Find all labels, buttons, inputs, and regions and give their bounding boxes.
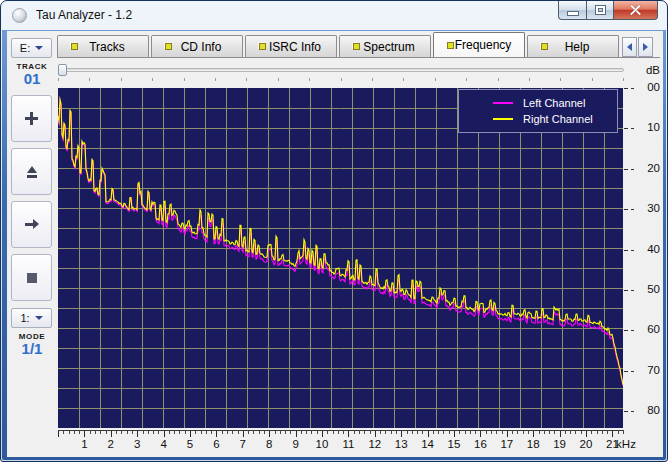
close-icon: [630, 5, 641, 16]
y-axis-tick-label: 40: [632, 243, 660, 255]
zoom-slider[interactable]: [58, 63, 624, 79]
arrow-left-icon: [627, 43, 632, 51]
tab-bar: TracksCD InfoISRC InfoSpectrumFrequencyH…: [57, 35, 653, 57]
app-icon: [12, 8, 27, 23]
tab-tracks[interactable]: Tracks: [57, 35, 149, 57]
tab-indicator-icon: [259, 43, 266, 50]
stop-button[interactable]: [11, 254, 52, 301]
maximize-icon: [596, 6, 605, 14]
chevron-down-icon: [35, 316, 43, 320]
add-button[interactable]: [11, 95, 52, 142]
minimize-button[interactable]: [558, 1, 587, 20]
legend-label: Left Channel: [523, 97, 585, 109]
y-axis-tick-label: 30: [632, 202, 660, 214]
sidebar: E: TRACK 01 1: MODE 1/1: [7, 31, 57, 457]
stop-icon: [27, 273, 37, 283]
x-axis-tick-label: 19: [549, 438, 571, 450]
minimize-icon: [568, 12, 578, 15]
eject-icon: [25, 166, 39, 178]
maximize-button[interactable]: [587, 1, 614, 20]
window-title: Tau Analyzer - 1.2: [36, 8, 132, 22]
tab-indicator-icon: [541, 43, 548, 50]
x-axis-tick-label: 11: [337, 438, 359, 450]
title-bar[interactable]: Tau Analyzer - 1.2: [1, 1, 667, 30]
spectrum-plot-canvas: [58, 88, 623, 428]
x-axis: 123456789101112131415161718192021kHz: [58, 430, 662, 456]
spectrum-chart: Left ChannelRight Channel: [58, 88, 623, 428]
y-axis-tick-label: 20: [632, 162, 660, 174]
chevron-down-icon: [35, 46, 43, 50]
tab-indicator-icon: [353, 43, 360, 50]
drive-select[interactable]: E:: [11, 38, 52, 58]
x-axis-tick-label: 4: [153, 438, 175, 450]
right-arrow-icon: [25, 219, 39, 230]
drive-select-value: E:: [20, 42, 30, 54]
x-axis-tick-label: 13: [390, 438, 412, 450]
x-axis-tick-label: 18: [522, 438, 544, 450]
slider-thumb[interactable]: [58, 64, 67, 76]
tab-isrc-info[interactable]: ISRC Info: [245, 35, 337, 57]
x-axis-tick-label: 15: [443, 438, 465, 450]
legend-line-swatch: [493, 118, 513, 120]
close-button[interactable]: [614, 1, 658, 20]
y-axis-tick-label: 00: [632, 81, 660, 93]
eject-button[interactable]: [11, 148, 52, 195]
x-axis-tick-label: 14: [417, 438, 439, 450]
mode-value: 1/1: [7, 340, 57, 357]
tab-scroll-right-button[interactable]: [638, 37, 653, 57]
next-button[interactable]: [11, 201, 52, 248]
tab-indicator-icon: [71, 43, 78, 50]
track-number: 01: [7, 70, 57, 87]
tab-scroll-left-button[interactable]: [622, 37, 637, 57]
y-axis-tick-label: 80: [632, 404, 660, 416]
client-area: E: TRACK 01 1: MODE 1/1 TracksCD InfoISR…: [7, 31, 663, 457]
x-axis-tick-label: 20: [575, 438, 597, 450]
x-axis-tick-label: 5: [179, 438, 201, 450]
x-axis-tick-label: 17: [496, 438, 518, 450]
x-axis-unit: kHz: [606, 438, 646, 450]
y-axis-tick-label: 10: [632, 121, 660, 133]
legend-line-swatch: [493, 102, 513, 104]
x-axis-tick-label: 7: [232, 438, 254, 450]
x-axis-tick-label: 1: [73, 438, 95, 450]
window-controls: [558, 1, 658, 20]
slider-ticks: [58, 78, 624, 82]
tab-indicator-icon: [447, 42, 454, 49]
x-axis-tick-label: 16: [469, 438, 491, 450]
legend-label: Right Channel: [523, 113, 593, 125]
y-axis-tick-label: 70: [632, 364, 660, 376]
tab-spectrum[interactable]: Spectrum: [339, 35, 431, 57]
slider-track[interactable]: [58, 68, 624, 72]
app-window: Tau Analyzer - 1.2 E: TRACK 01 1: MODE 1…: [0, 0, 668, 462]
frequency-panel: Left ChannelRight Channel dB 00102030405…: [57, 57, 660, 454]
legend-entry: Right Channel: [493, 113, 617, 125]
x-axis-tick-label: 10: [311, 438, 333, 450]
chart-legend: Left ChannelRight Channel: [458, 89, 618, 133]
x-axis-tick-label: 6: [205, 438, 227, 450]
x-axis-tick-label: 8: [258, 438, 280, 450]
tab-help[interactable]: Help: [527, 35, 619, 57]
y-axis-tick-label: 50: [632, 283, 660, 295]
x-axis-tick-label: 2: [100, 438, 122, 450]
x-axis-tick-label: 3: [126, 438, 148, 450]
y-axis-tick-label: 60: [632, 323, 660, 335]
legend-entry: Left Channel: [493, 97, 617, 109]
tab-cd-info[interactable]: CD Info: [151, 35, 243, 57]
x-axis-tick-label: 9: [285, 438, 307, 450]
y-axis: dB 001020304050607080: [624, 58, 664, 454]
x-axis-tick-label: 12: [364, 438, 386, 450]
mode-select[interactable]: 1:: [11, 308, 52, 328]
tab-indicator-icon: [165, 43, 172, 50]
tab-frequency[interactable]: Frequency: [433, 32, 525, 57]
y-axis-unit: dB: [636, 64, 660, 76]
plus-icon: [25, 112, 38, 125]
arrow-right-icon: [643, 43, 648, 51]
mode-select-value: 1:: [20, 312, 29, 324]
